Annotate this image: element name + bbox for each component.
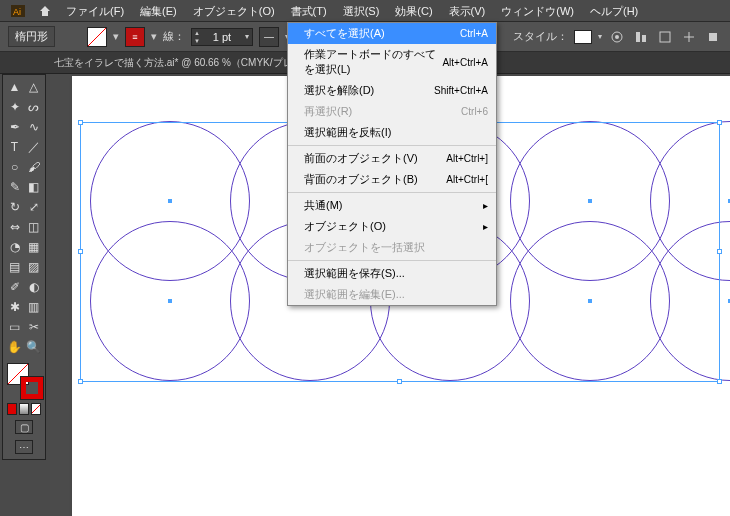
home-icon[interactable] [38, 4, 52, 18]
shaper-tool[interactable]: ✎ [5, 177, 24, 197]
ellipse-tool[interactable]: ○ [5, 157, 24, 177]
menu-help[interactable]: ヘルプ(H) [582, 0, 646, 22]
fill-swatch[interactable] [87, 27, 107, 47]
handle-top-left[interactable] [78, 120, 83, 125]
menu-window[interactable]: ウィンドウ(W) [493, 0, 582, 22]
menu-item: 選択範囲を編集(E)... [288, 284, 496, 305]
transform-icon[interactable] [680, 28, 698, 46]
menu-item[interactable]: 選択範囲を保存(S)... [288, 263, 496, 284]
menu-item-label: 再選択(R) [304, 104, 352, 119]
align-icon[interactable] [632, 28, 650, 46]
graphic-style-swatch[interactable] [574, 30, 592, 44]
screen-mode[interactable]: ▢ [15, 420, 33, 434]
chevron-down-icon[interactable]: ▾ [242, 32, 252, 41]
toolbox: ▲△ ✦ᔕ ✒∿ T／ ○🖌 ✎◧ ↻⤢ ⇔◫ ◔▦ ▤▨ ✐◐ ✱▥ ▭✂ ✋… [2, 74, 46, 460]
handle-bottom-right[interactable] [717, 379, 722, 384]
eraser-tool[interactable]: ◧ [24, 177, 43, 197]
width-tool[interactable]: ⇔ [5, 217, 24, 237]
menu-object[interactable]: オブジェクト(O) [185, 0, 283, 22]
menu-item[interactable]: 作業アートボードのすべてを選択(L)Alt+Ctrl+A [288, 44, 496, 80]
pen-tool[interactable]: ✒ [5, 117, 24, 137]
artboard-tool[interactable]: ▭ [5, 317, 24, 337]
blend-tool[interactable]: ◐ [24, 277, 43, 297]
menu-type[interactable]: 書式(T) [283, 0, 335, 22]
color-mode-gradient[interactable] [19, 403, 29, 415]
handle-bottom-left[interactable] [78, 379, 83, 384]
paintbrush-tool[interactable]: 🖌 [24, 157, 43, 177]
menu-item: オブジェクトを一括選択 [288, 237, 496, 258]
menu-item[interactable]: 選択範囲を反転(I) [288, 122, 496, 143]
chevron-down-icon[interactable]: ▾ [113, 30, 119, 43]
handle-bottom-mid[interactable] [397, 379, 402, 384]
menu-item: 再選択(R)Ctrl+6 [288, 101, 496, 122]
stroke-weight-input[interactable]: ▲▼ ▾ [191, 28, 253, 46]
svg-rect-4 [636, 32, 640, 42]
symbol-sprayer-tool[interactable]: ✱ [5, 297, 24, 317]
spinner-down-icon[interactable]: ▼ [192, 37, 202, 45]
shape-options-icon[interactable] [656, 28, 674, 46]
spinner-up-icon[interactable]: ▲ [192, 29, 202, 37]
scale-tool[interactable]: ⤢ [24, 197, 43, 217]
direct-selection-tool[interactable]: △ [24, 77, 43, 97]
line-tool[interactable]: ／ [24, 137, 43, 157]
magic-wand-tool[interactable]: ✦ [5, 97, 24, 117]
stroke-indicator[interactable] [21, 377, 43, 399]
color-mode-none[interactable] [31, 403, 41, 415]
free-transform-tool[interactable]: ◫ [24, 217, 43, 237]
submenu-arrow-icon: ▸ [483, 221, 488, 232]
menu-item-label: 背面のオブジェクト(B) [304, 172, 418, 187]
curvature-tool[interactable]: ∿ [24, 117, 43, 137]
stroke-swatch[interactable]: ≡ [125, 27, 145, 47]
menu-item[interactable]: すべてを選択(A)Ctrl+A [288, 23, 496, 44]
svg-rect-5 [642, 35, 646, 42]
menu-item-label: 作業アートボードのすべてを選択(L) [304, 47, 442, 77]
edit-toolbar[interactable]: ⋯ [15, 440, 33, 454]
chevron-down-icon[interactable]: ▾ [151, 30, 157, 43]
isolate-icon[interactable] [704, 28, 722, 46]
perspective-grid-tool[interactable]: ▦ [24, 237, 43, 257]
menu-edit[interactable]: 編集(E) [132, 0, 185, 22]
menu-select[interactable]: 選択(S) [335, 0, 388, 22]
type-tool[interactable]: T [5, 137, 24, 157]
menu-item-label: 選択範囲を反転(I) [304, 125, 391, 140]
color-mode-row [5, 401, 43, 417]
shape-builder-tool[interactable]: ◔ [5, 237, 24, 257]
menu-file[interactable]: ファイル(F) [58, 0, 132, 22]
column-graph-tool[interactable]: ▥ [24, 297, 43, 317]
handle-top-right[interactable] [717, 120, 722, 125]
menu-item[interactable]: 共通(M)▸ [288, 195, 496, 216]
gradient-tool[interactable]: ▨ [24, 257, 43, 277]
recolor-icon[interactable] [608, 28, 626, 46]
menu-item-label: 選択範囲を保存(S)... [304, 266, 405, 281]
handle-mid-left[interactable] [78, 249, 83, 254]
selection-tool[interactable]: ▲ [5, 77, 24, 97]
eyedropper-tool[interactable]: ✐ [5, 277, 24, 297]
slice-tool[interactable]: ✂ [24, 317, 43, 337]
handle-mid-right[interactable] [717, 249, 722, 254]
fill-stroke-indicator[interactable] [5, 361, 45, 401]
menubar: Ai ファイル(F) 編集(E) オブジェクト(O) 書式(T) 選択(S) 効… [0, 0, 730, 22]
menu-item[interactable]: 選択を解除(D)Shift+Ctrl+A [288, 80, 496, 101]
menu-item-shortcut: Ctrl+6 [461, 106, 488, 117]
mesh-tool[interactable]: ▤ [5, 257, 24, 277]
zoom-tool[interactable]: 🔍 [24, 337, 43, 357]
submenu-arrow-icon: ▸ [483, 200, 488, 211]
hand-tool[interactable]: ✋ [5, 337, 24, 357]
menu-item-shortcut: Shift+Ctrl+A [434, 85, 488, 96]
menu-item-label: 選択範囲を編集(E)... [304, 287, 405, 302]
stroke-weight-field[interactable] [202, 29, 242, 45]
color-mode-solid[interactable] [7, 403, 17, 415]
menu-view[interactable]: 表示(V) [441, 0, 494, 22]
menu-item-label: 共通(M) [304, 198, 343, 213]
menu-item-shortcut: Alt+Ctrl+A [442, 57, 488, 68]
menu-effect[interactable]: 効果(C) [387, 0, 440, 22]
svg-text:Ai: Ai [13, 7, 21, 17]
variable-width-profile[interactable]: — [259, 27, 279, 47]
lasso-tool[interactable]: ᔕ [24, 97, 43, 117]
chevron-down-icon[interactable]: ▾ [598, 32, 602, 41]
menu-item-shortcut: Alt+Ctrl+[ [446, 174, 488, 185]
menu-item[interactable]: 前面のオブジェクト(V)Alt+Ctrl+] [288, 148, 496, 169]
rotate-tool[interactable]: ↻ [5, 197, 24, 217]
menu-item[interactable]: オブジェクト(O)▸ [288, 216, 496, 237]
menu-item[interactable]: 背面のオブジェクト(B)Alt+Ctrl+[ [288, 169, 496, 190]
